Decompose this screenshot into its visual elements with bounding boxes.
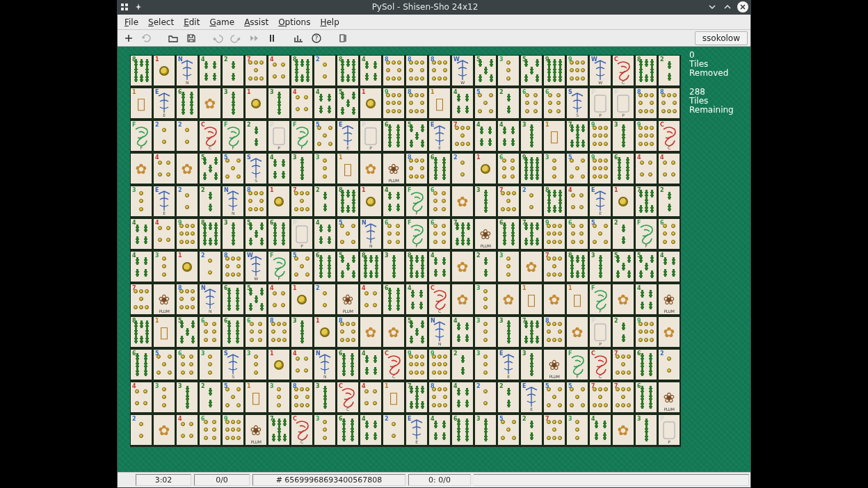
rules-icon[interactable]: ? — [308, 31, 325, 45]
tile-c6[interactable]: 6 — [520, 88, 543, 120]
tile-b7[interactable]: 7 — [520, 316, 543, 349]
tile-c5[interactable]: 5 — [543, 382, 566, 414]
tile-b4[interactable]: 4 — [635, 284, 658, 316]
tile-b5[interactable]: 5 — [199, 153, 222, 186]
tile-ws[interactable]: SS — [245, 153, 268, 186]
tile-b4[interactable]: 4 — [360, 55, 383, 88]
tile-fs[interactable]: ✿ — [451, 284, 474, 316]
tile-c9[interactable]: 9 — [405, 349, 428, 382]
tile-c4[interactable]: 4 — [153, 218, 176, 251]
tile-ww[interactable]: WW — [589, 55, 612, 88]
tile-dr[interactable]: CC — [291, 414, 314, 447]
tile-fs[interactable]: ✿ — [451, 251, 474, 284]
tile-c4[interactable]: 4 — [360, 382, 383, 414]
tile-c6[interactable]: 6 — [428, 186, 451, 218]
tile-c3[interactable]: 3 — [153, 251, 176, 284]
tile-c3[interactable]: 3 — [130, 186, 153, 218]
tile-b2[interactable]: 2 — [658, 55, 681, 88]
tile-fs[interactable]: ✿ — [199, 88, 222, 120]
tile-b2[interactable]: 2 — [612, 218, 635, 251]
tile-c7[interactable]: 7 — [130, 284, 153, 316]
tile-b7[interactable]: 7 — [635, 186, 658, 218]
tile-dw[interactable]: PP — [589, 88, 612, 120]
tile-c7[interactable]: 7 — [589, 382, 612, 414]
tile-c8[interactable]: 8 — [176, 284, 199, 316]
tile-b7[interactable]: 7 — [451, 218, 474, 251]
tile-dr[interactable]: CC — [428, 284, 451, 316]
tile-c9[interactable]: 9 — [383, 88, 405, 120]
tile-b7[interactable]: 7 — [520, 218, 543, 251]
menu-game[interactable]: Game — [205, 16, 239, 29]
tile-b4[interactable]: 4 — [405, 284, 428, 316]
tile-b6[interactable]: 6 — [222, 316, 245, 349]
tile-b8[interactable]: 8 — [130, 55, 153, 88]
tile-b5[interactable]: 5 — [337, 251, 360, 284]
tile-b6[interactable]: 6 — [635, 382, 658, 414]
tile-b8[interactable]: 8 — [199, 218, 222, 251]
tile-b9[interactable]: 9 — [520, 153, 543, 186]
tile-b4[interactable]: 4 — [428, 414, 451, 447]
tile-c7[interactable]: 7 — [612, 382, 635, 414]
tile-b3[interactable]: 3 — [520, 349, 543, 382]
tile-b6[interactable]: 6 — [314, 251, 337, 284]
tile-c8[interactable]: 8 — [337, 316, 360, 349]
menu-options[interactable]: Options — [274, 16, 314, 29]
tile-f1[interactable]: ❀PLUM — [153, 284, 176, 316]
tile-c4[interactable]: 4 — [360, 284, 383, 316]
tile-wn[interactable]: NN — [314, 349, 337, 382]
tile-c3[interactable]: 3 — [474, 284, 497, 316]
tile-b2[interactable]: 2 — [658, 186, 681, 218]
tile-b2[interactable]: 2 — [314, 186, 337, 218]
tile-b2[interactable]: 2 — [199, 382, 222, 414]
tile-b2[interactable]: 2 — [497, 382, 520, 414]
tile-fs[interactable]: ✿ — [153, 414, 176, 447]
tile-c9[interactable]: 9 — [566, 55, 589, 88]
tile-b4[interactable]: 4 — [451, 382, 474, 414]
tile-c2[interactable]: 2 — [314, 55, 337, 88]
tile-b4[interactable]: 4 — [589, 414, 612, 447]
tile-b1[interactable]: 1𓅪 — [245, 382, 268, 414]
tile-c6[interactable]: 6 — [497, 153, 520, 186]
tile-b1[interactable]: 1𓅪 — [383, 382, 405, 414]
tile-ws[interactable]: SS — [566, 88, 589, 120]
tile-c8[interactable]: 8 — [268, 316, 291, 349]
tile-b4[interactable]: 4 — [658, 251, 681, 284]
tile-b4[interactable]: 4 — [451, 88, 474, 120]
tile-b1[interactable]: 1𓅪 — [520, 284, 543, 316]
tile-dr[interactable]: CC — [589, 349, 612, 382]
tile-c3[interactable]: 3 — [199, 349, 222, 382]
tile-wn[interactable]: NN — [176, 55, 199, 88]
tile-c8[interactable]: 8 — [383, 55, 405, 88]
tile-b7[interactable]: 7 — [566, 120, 589, 153]
tile-c5[interactable]: 5 — [291, 251, 314, 284]
tile-dr[interactable]: CC — [199, 120, 222, 153]
tile-c2[interactable]: 2 — [176, 186, 199, 218]
tile-fs[interactable]: ✿ — [612, 414, 635, 447]
tile-c8[interactable]: 8 — [543, 316, 566, 349]
tile-b4[interactable]: 4 — [360, 349, 383, 382]
tile-b6[interactable]: 6 — [130, 349, 153, 382]
new-game-icon[interactable] — [120, 31, 137, 45]
tile-b3[interactable]: 3 — [222, 218, 245, 251]
tile-c2[interactable]: 2 — [176, 120, 199, 153]
tile-b6[interactable]: 6 — [428, 153, 451, 186]
tile-c6[interactable]: 6 — [245, 316, 268, 349]
tile-dg[interactable]: FF — [405, 186, 428, 218]
tile-b6[interactable]: 6 — [383, 284, 405, 316]
tile-dw[interactable]: PP — [291, 218, 314, 251]
tile-b5[interactable]: 5 — [405, 120, 428, 153]
tile-b1[interactable]: 1𓅪 — [428, 88, 451, 120]
tile-c1[interactable]: 1 — [268, 349, 291, 382]
tile-dw[interactable]: PP — [268, 120, 291, 153]
tile-c4[interactable]: 4 — [635, 153, 658, 186]
tile-c1[interactable]: 1 — [153, 55, 176, 88]
tile-c3[interactable]: 3 — [497, 55, 520, 88]
tile-dg[interactable]: FF — [589, 284, 612, 316]
close-button[interactable] — [737, 1, 748, 13]
tile-dw[interactable]: PP — [360, 120, 383, 153]
tile-b7[interactable]: 7 — [405, 382, 428, 414]
tile-c5[interactable]: 5 — [566, 153, 589, 186]
tile-c5[interactable]: 5 — [589, 218, 612, 251]
tile-c5[interactable]: 5 — [153, 349, 176, 382]
minimize-button[interactable] — [707, 1, 718, 13]
